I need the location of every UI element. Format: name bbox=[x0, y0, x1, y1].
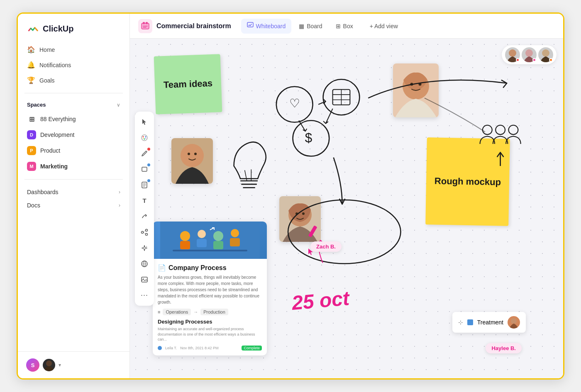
everything-icon: ⊞ bbox=[27, 114, 36, 124]
svg-rect-5 bbox=[247, 22, 253, 27]
spaces-label: Spaces bbox=[27, 102, 46, 108]
tool-palette[interactable] bbox=[137, 131, 151, 145]
doc-card-subtext: Maintaining an accurate and well-organiz… bbox=[158, 326, 262, 342]
doc-card-flow: ≡ Operations → Production bbox=[158, 309, 262, 315]
tool-text[interactable]: T bbox=[137, 194, 151, 208]
haylee-badge: Haylee B. bbox=[486, 343, 522, 353]
add-view-label: + Add view bbox=[370, 23, 398, 29]
product-label: Product bbox=[40, 147, 60, 154]
sidebar-divider bbox=[24, 93, 123, 93]
tool-pen[interactable] bbox=[137, 146, 151, 161]
nav-notifications[interactable]: 🔔 Notifications bbox=[23, 57, 124, 73]
add-view-button[interactable]: + Add view bbox=[364, 20, 404, 32]
svg-point-62 bbox=[509, 49, 516, 57]
tab-board[interactable]: ▦ Board bbox=[293, 19, 328, 34]
svg-point-8 bbox=[145, 136, 146, 137]
home-icon: 🏠 bbox=[27, 46, 35, 54]
sidebar-divider-2 bbox=[24, 179, 123, 180]
sidebar-bottom: S ▾ bbox=[18, 351, 129, 378]
spaces-header[interactable]: Spaces ∨ bbox=[18, 98, 129, 111]
sticky-yellow-text: Rough mockup bbox=[435, 176, 501, 188]
header: Commercial brainstorm Whiteboard ▦ Board bbox=[130, 14, 563, 39]
svg-point-41 bbox=[295, 212, 298, 215]
collab-user-1 bbox=[505, 47, 520, 62]
footer-dot bbox=[158, 346, 162, 350]
doc-card-footer: Leila T. Nov 8th, 2021 8:42 PM Complete bbox=[158, 346, 262, 351]
main-content: Commercial brainstorm Whiteboard ▦ Board bbox=[130, 14, 563, 378]
svg-point-26 bbox=[213, 231, 223, 241]
sidebar: ClickUp 🏠 Home 🔔 Notifications 🏆 Goals S… bbox=[18, 14, 130, 378]
treatment-color bbox=[467, 319, 473, 325]
svg-point-32 bbox=[181, 144, 204, 167]
spaces-chevron-icon: ∨ bbox=[117, 102, 120, 108]
collab-dot-3 bbox=[549, 58, 553, 62]
svg-point-45 bbox=[323, 79, 360, 115]
document-card[interactable]: 📄 Company Process As your business grows… bbox=[153, 222, 267, 355]
tab-whiteboard[interactable]: Whiteboard bbox=[241, 19, 292, 34]
svg-point-7 bbox=[143, 136, 144, 137]
treatment-move-icon: ⊹ bbox=[458, 319, 463, 326]
sidebar-logo[interactable]: ClickUp bbox=[18, 14, 129, 42]
footer-status: Complete bbox=[242, 346, 262, 351]
treatment-card[interactable]: ⊹ Treatment bbox=[452, 312, 526, 333]
zach-badge: Zach B. bbox=[310, 241, 342, 252]
tool-note[interactable] bbox=[137, 178, 151, 192]
svg-point-14 bbox=[142, 231, 144, 233]
page-title: Commercial brainstorm bbox=[156, 22, 231, 30]
svg-rect-21 bbox=[160, 222, 260, 259]
sidebar-item-product[interactable]: P Product bbox=[18, 143, 129, 158]
bottom-chevron-icon: ▾ bbox=[59, 362, 61, 368]
svg-text:♡: ♡ bbox=[289, 97, 300, 110]
clickup-logo-icon bbox=[26, 22, 39, 35]
whiteboard-area[interactable]: T bbox=[130, 39, 563, 378]
tool-globe[interactable] bbox=[137, 257, 151, 271]
doc-card-body: 📄 Company Process As your business grows… bbox=[153, 259, 267, 355]
dashboards-section[interactable]: Dashboards › bbox=[18, 185, 129, 198]
tool-connect[interactable] bbox=[137, 225, 151, 239]
sticky-green-text: Team ideas bbox=[163, 78, 212, 90]
sticky-note-green: Team ideas bbox=[154, 54, 222, 114]
svg-point-42 bbox=[302, 212, 305, 215]
app-name: ClickUp bbox=[43, 24, 73, 34]
svg-point-11 bbox=[145, 138, 146, 139]
svg-point-28 bbox=[231, 229, 239, 237]
sidebar-item-marketing[interactable]: M Marketing bbox=[18, 158, 129, 174]
docs-section[interactable]: Docs › bbox=[18, 198, 129, 211]
development-label: Development bbox=[40, 131, 75, 138]
collab-dot-1 bbox=[516, 58, 520, 62]
development-badge: D bbox=[27, 130, 36, 139]
tool-rectangle[interactable] bbox=[137, 162, 151, 176]
sidebar-nav: 🏠 Home 🔔 Notifications 🏆 Goals bbox=[18, 42, 129, 88]
collaborators-row bbox=[502, 45, 557, 64]
svg-point-43 bbox=[276, 87, 313, 122]
tool-arrow[interactable] bbox=[137, 209, 151, 224]
tab-box[interactable]: ⊞ Box bbox=[330, 19, 359, 34]
svg-point-60 bbox=[496, 125, 505, 135]
svg-rect-4 bbox=[146, 22, 148, 24]
sidebar-item-development[interactable]: D Development bbox=[18, 127, 129, 143]
nav-goals[interactable]: 🏆 Goals bbox=[23, 73, 124, 88]
board-tab-label: Board bbox=[307, 23, 322, 29]
sidebar-item-everything[interactable]: ⊞ 88 Everything bbox=[18, 111, 129, 127]
trophy-icon: 🏆 bbox=[27, 76, 35, 84]
face-photo-woman-center bbox=[279, 196, 321, 242]
nav-home[interactable]: 🏠 Home bbox=[23, 42, 124, 57]
docs-label: Docs bbox=[27, 202, 40, 209]
tool-select[interactable] bbox=[137, 115, 151, 129]
svg-rect-19 bbox=[142, 277, 147, 282]
svg-point-65 bbox=[511, 318, 517, 324]
svg-rect-25 bbox=[197, 239, 207, 247]
footer-name: Leila T. bbox=[165, 346, 177, 350]
tool-image[interactable] bbox=[137, 273, 151, 287]
face-photo-woman-top bbox=[393, 63, 439, 117]
flow-arrow-icon: → bbox=[193, 309, 198, 314]
tool-sparkle[interactable] bbox=[137, 241, 151, 255]
board-tab-icon: ▦ bbox=[299, 23, 304, 29]
svg-rect-27 bbox=[213, 241, 223, 249]
everything-label: 88 Everything bbox=[40, 116, 76, 122]
tool-more[interactable]: ··· bbox=[137, 288, 151, 302]
avatar-s: S bbox=[26, 358, 39, 372]
product-badge: P bbox=[27, 146, 36, 155]
bell-icon: 🔔 bbox=[27, 61, 35, 69]
doc-card-description: As your business grows, things will inev… bbox=[158, 274, 262, 305]
